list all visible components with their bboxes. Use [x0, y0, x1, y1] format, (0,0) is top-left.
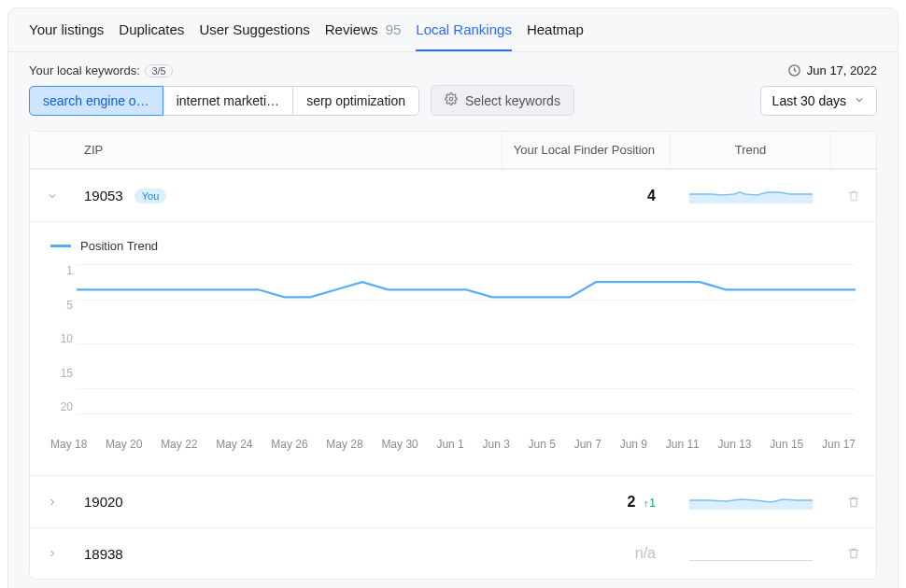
position-delta: 1 — [644, 497, 656, 510]
select-keywords-button[interactable]: Select keywords — [431, 85, 574, 116]
zip-value: 19020 — [84, 494, 123, 510]
date-range-label: Last 30 days — [772, 93, 846, 108]
table-row: 18938 n/a — [30, 527, 876, 579]
chevron-down-icon — [854, 93, 865, 108]
table-row: 19020 2 1 — [30, 475, 876, 527]
keywords-label: Your local keywords: 3/5 — [29, 63, 173, 77]
tab-reviews-count: 95 — [386, 21, 402, 37]
zip-table: ZIP Your Local Finder Position Trend 190… — [29, 131, 877, 580]
date-range-select[interactable]: Last 30 days — [760, 86, 877, 116]
y-axis-labels: 1 5 10 15 20 — [50, 264, 73, 413]
legend-swatch-icon — [50, 245, 71, 247]
clock-icon — [787, 63, 801, 77]
expand-toggle[interactable] — [30, 482, 75, 523]
position-value: n/a — [503, 530, 671, 577]
zip-value: 19053 — [84, 188, 123, 203]
tab-reviews-label: Reviews — [325, 21, 378, 37]
top-date: Jun 17, 2022 — [787, 63, 877, 77]
delete-row-button[interactable] — [831, 481, 876, 524]
sparkline-empty — [689, 560, 813, 561]
segment-search-engine[interactable]: search engine o… — [29, 86, 163, 116]
tab-heatmap[interactable]: Heatmap — [527, 21, 584, 51]
expand-toggle[interactable] — [30, 533, 75, 574]
chart-legend: Position Trend — [50, 239, 856, 253]
expand-toggle[interactable] — [30, 175, 75, 217]
delete-row-button[interactable] — [831, 175, 876, 217]
svg-point-1 — [449, 97, 453, 101]
col-zip: ZIP — [75, 132, 503, 168]
tab-user-suggestions[interactable]: User Suggestions — [199, 21, 309, 51]
sparkline — [689, 185, 813, 203]
segment-serp-optimization[interactable]: serp optimization — [292, 86, 419, 116]
chart-panel: Position Trend 1 5 10 15 20 May — [30, 221, 876, 475]
position-trend-chart — [77, 264, 856, 413]
top-date-text: Jun 17, 2022 — [807, 63, 877, 77]
keyword-segments: search engine o… internet marketi… serp … — [29, 86, 419, 116]
chart-legend-label: Position Trend — [80, 239, 158, 253]
position-value: 2 1 — [503, 479, 671, 525]
col-trend: Trend — [671, 132, 831, 168]
x-axis-labels: May 18May 20May 22May 24May 26May 28May … — [50, 438, 856, 451]
delete-row-button[interactable] — [831, 532, 876, 575]
tab-duplicates[interactable]: Duplicates — [119, 21, 184, 51]
col-position: Your Local Finder Position — [503, 132, 671, 168]
you-badge: You — [134, 189, 167, 203]
tab-reviews[interactable]: Reviews 95 — [325, 21, 402, 51]
select-keywords-label: Select keywords — [465, 93, 560, 108]
position-value: 4 — [503, 173, 671, 219]
table-row: 19053 You 4 — [30, 169, 876, 221]
tab-local-rankings[interactable]: Local Rankings — [416, 21, 512, 51]
gear-icon — [445, 92, 458, 108]
sparkline — [689, 491, 813, 510]
zip-value: 18938 — [84, 546, 123, 562]
segment-internet-marketing[interactable]: internet marketi… — [163, 86, 293, 116]
tabs-bar: Your listings Duplicates User Suggestion… — [8, 8, 898, 51]
tab-your-listings[interactable]: Your listings — [29, 21, 104, 51]
keywords-count-pill: 3/5 — [145, 64, 172, 77]
